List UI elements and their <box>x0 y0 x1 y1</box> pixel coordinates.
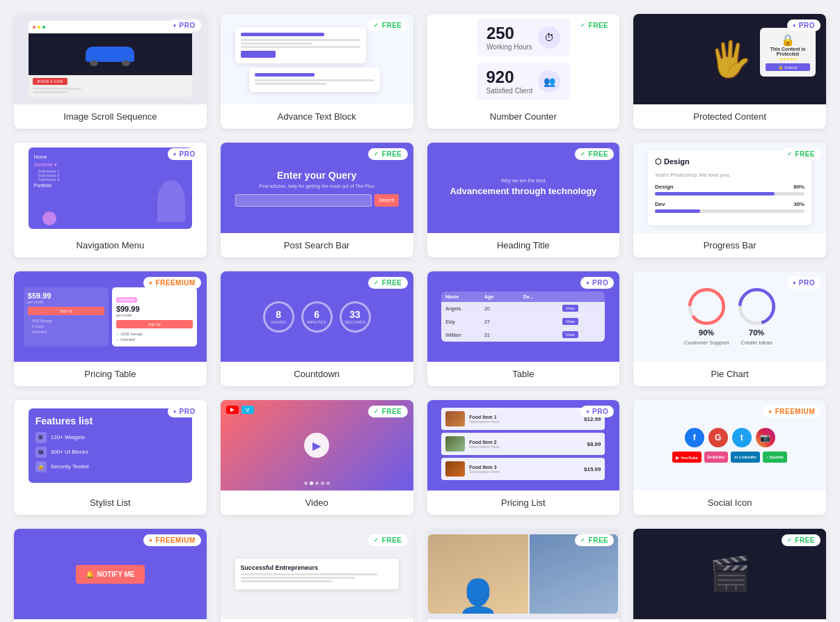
card-label-table: Table <box>427 362 620 386</box>
badge-pro-pie: ♦ PRO <box>787 277 821 289</box>
counter-250: 250 <box>486 24 532 43</box>
card-stylist-list[interactable]: Features list ⊞ 120+ Widgets ▤ 300+ UI B… <box>14 400 207 515</box>
card-label-navigation-menu: Navigation Menu <box>14 233 207 257</box>
view-btn-1[interactable]: View <box>562 305 578 312</box>
badge-free-ht: ✓ FREE <box>575 148 614 160</box>
badge-freemium-si: ● FREEMIUM <box>763 406 821 417</box>
pt-btn-basic[interactable]: Sign Up <box>28 307 104 315</box>
badge-free-ppl: ✓ FREE <box>575 534 614 546</box>
pt-card-pro: PREMIUM $99.99 per month Sign Up ✓ 10GB … <box>112 287 197 346</box>
th-age: Age <box>484 294 523 299</box>
card-label-advance-text-block: Advance Text Block <box>221 104 413 129</box>
pie-label-1: Customer Support <box>684 340 729 346</box>
badge-pro-pc: ♦ PRO <box>787 19 821 31</box>
card-label-number-counter: Number Counter <box>427 104 620 129</box>
card-entrepreneur[interactable]: Successful Entrepreneurs ✓ FREE <box>221 529 413 622</box>
card-advance-text-block[interactable]: ✓ FREE Advance Text Block <box>221 14 413 129</box>
ent-line-3 <box>241 580 333 582</box>
badge-free-psb: ✓ FREE <box>368 148 407 160</box>
view-btn-2[interactable]: View <box>562 318 578 325</box>
card-number-counter[interactable]: 250 Working Hours ⏱ 920 Satisfied Client… <box>427 14 620 129</box>
pl-info-2: Food Item 2 Description here <box>469 440 583 449</box>
facebook-icon[interactable]: f <box>685 428 704 447</box>
cd-seconds: 33 <box>349 309 360 320</box>
view-btn-3[interactable]: View <box>562 331 578 338</box>
pt-feature-p2: ✓ Unlimited <box>116 337 193 342</box>
badge-pro-sl: ♦ PRO <box>168 406 201 417</box>
card-label-pricing-list: Pricing List <box>427 491 620 515</box>
card-countdown[interactable]: 8 Hours 6 Minutes 33 Seconds ✓ FREE <box>221 271 413 386</box>
vid-dot-4 <box>321 481 324 485</box>
td-age-1: 20 <box>484 306 523 311</box>
pl-row-3: Food Item 3 Description here $15.99 <box>441 458 605 480</box>
table-row-1: Angela 20 View <box>441 302 605 315</box>
pl-price-2: $8.99 <box>587 441 601 447</box>
sl-icon-3: 🔒 <box>35 461 47 472</box>
counter-label-clients: Satisfied Client <box>486 87 533 95</box>
twitter-icon[interactable]: t <box>732 428 752 447</box>
card-pie-chart[interactable]: 90% Customer Support 70% Create Ideas ♦ … <box>633 271 826 386</box>
card-social-icon[interactable]: f G t 📷 ▶ YouTube Dribbble in LinkedIn ♪… <box>633 400 826 515</box>
th-name: Name <box>445 294 484 299</box>
pie-pct-2: 70% <box>749 328 764 337</box>
dribbble-brand[interactable]: Dribbble <box>704 452 728 463</box>
vid-dot-2 <box>310 481 313 485</box>
pb-label-design: Design <box>655 184 674 190</box>
pb-label-dev: Dev <box>655 201 665 207</box>
youtube-brand[interactable]: ▶ YouTube <box>672 452 701 463</box>
table-row-2: Eloy 27 View <box>441 315 605 328</box>
pt-btn-pro[interactable]: Sign Up <box>116 320 193 328</box>
card-notify-me[interactable]: 🔔 NOTIFY ME ● FREEMIUM <box>14 529 207 622</box>
sl-icon-2: ▤ <box>35 447 47 458</box>
card-label-pie-chart: Pie Chart <box>633 362 826 386</box>
card-post-search-bar[interactable]: Enter your Query Find articles, help for… <box>221 143 413 257</box>
pt-feature-3: ✓ Unlimited <box>28 329 104 335</box>
pl-img-3 <box>445 461 465 477</box>
vid-pagination <box>304 481 330 485</box>
instagram-icon[interactable]: 📷 <box>756 428 775 447</box>
google-icon[interactable]: G <box>708 428 728 447</box>
notify-me-button[interactable]: 🔔 NOTIFY ME <box>76 565 144 584</box>
play-button[interactable]: ▶ <box>304 433 329 458</box>
card-table[interactable]: Name Age De... Angela 20 View Eloy 27 <box>427 271 620 386</box>
card-navigation-menu[interactable]: Home Services ▾ Submenu 1 Submenu 2 Subm… <box>14 143 207 257</box>
nav-portfolio: Portfolio <box>34 182 105 189</box>
badge-free-nc: ✓ FREE <box>575 19 614 31</box>
sl-icon-1: ⊞ <box>35 432 47 443</box>
th-action <box>562 294 601 299</box>
card-progress-bar[interactable]: ⬡ Design Yeah! Photoshop We love you. De… <box>633 143 826 257</box>
badge-pro-tbl: ♦ PRO <box>580 277 614 289</box>
pb-subheading: Yeah! Photoshop We love you. <box>655 172 805 178</box>
pb-track-dev <box>655 209 805 213</box>
pie-label-2: Create Ideas <box>740 340 772 346</box>
card-label-post-search-bar: Post Search Bar <box>221 233 413 257</box>
vid-logos: ▶ V <box>226 406 254 414</box>
card-dark-video[interactable]: 🎬 ✓ FREE <box>633 529 826 622</box>
pt-card-basic: $59.99 per month Sign Up ✓ 5GB Storage ✓… <box>24 287 109 346</box>
linkedin-brand[interactable]: in LinkedIn <box>731 452 760 463</box>
ent-title: Successful Entrepreneurs <box>241 564 393 571</box>
pb-pct-design: 80% <box>793 184 805 190</box>
psb-input[interactable] <box>235 194 372 207</box>
card-heading-title[interactable]: Why we are the best Advancement through … <box>427 143 620 257</box>
card-pricing-table[interactable]: $59.99 per month Sign Up ✓ 5GB Storage ✓… <box>14 271 207 386</box>
card-label-people <box>427 619 620 622</box>
card-label-image-scroll-sequence: Image Scroll Sequence <box>14 104 207 129</box>
td-name-1: Angela <box>445 306 484 311</box>
pie-pct-1: 90% <box>699 328 714 337</box>
nav-home: Home <box>34 153 105 161</box>
badge-free-dv: ✓ FREE <box>782 534 821 546</box>
card-video[interactable]: ▶ V ▶ ✓ FREE Video <box>221 400 413 515</box>
spotify-brand[interactable]: ♪ Spotify <box>763 452 787 463</box>
table-header: Name Age De... <box>441 292 605 302</box>
card-pricing-list[interactable]: Food Item 1 Description here $12.99 Food… <box>427 400 620 515</box>
card-people[interactable]: 👤 ✓ FREE <box>427 529 620 622</box>
card-image-scroll-sequence[interactable]: BOOK A CAR ♦ PRO Image Scroll Sequence <box>14 14 207 129</box>
sl-text-3: Security Tested <box>51 463 89 470</box>
people-icon: 👥 <box>538 70 560 93</box>
psb-search-btn[interactable]: Search <box>374 194 399 207</box>
social-icons-row: f G t 📷 <box>685 428 775 447</box>
card-label-dark-video <box>633 619 826 622</box>
card-protected-content[interactable]: 🖐 🔒 This Content is Protected ★★★★★ 🔓 Un… <box>633 14 826 129</box>
card-label-notify-me <box>14 619 207 622</box>
